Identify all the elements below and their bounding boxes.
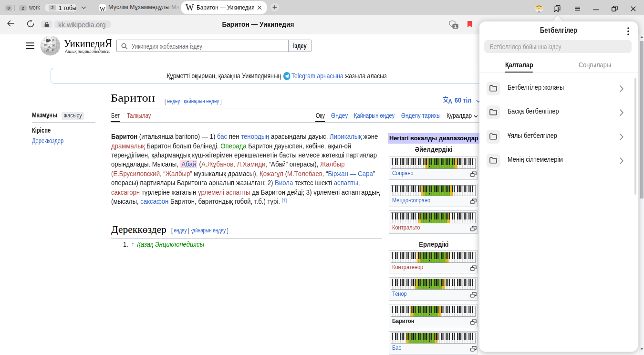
svg-text:W: W xyxy=(46,49,49,52)
svg-text:Д: Д xyxy=(52,38,54,42)
svg-text:Ш: Ш xyxy=(44,43,47,47)
svg-text:Я: Я xyxy=(52,49,54,52)
svg-text:И: И xyxy=(52,44,55,47)
svg-text:A: A xyxy=(448,98,452,104)
svg-text:1: 1 xyxy=(454,24,457,29)
